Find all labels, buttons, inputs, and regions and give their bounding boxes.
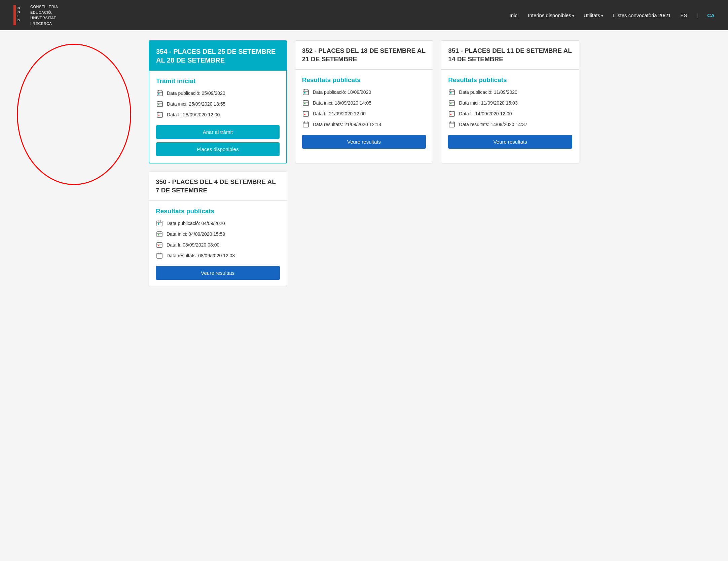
date-row: Data publicació: 11/09/2020 xyxy=(448,88,572,96)
svg-rect-75 xyxy=(157,253,162,258)
veure-resultats-button-351[interactable]: Veure resultats xyxy=(448,135,572,149)
date-row: Data fi: 08/09/2020 08:00 xyxy=(156,241,280,249)
header: G O I B CONSELLERIA EDUCACIÓ, UNIVERSITA… xyxy=(0,0,728,30)
start-icon xyxy=(156,230,163,238)
end-date: Data fi: 14/09/2020 12:00 xyxy=(459,111,512,116)
card-350-status: Resultats publicats xyxy=(156,208,280,215)
svg-text:G: G xyxy=(17,6,20,10)
card-352-dates: Data publicació: 18/09/2020 Data inici: … xyxy=(302,88,426,128)
publication-date: Data publicació: 25/09/2020 xyxy=(167,90,225,96)
anar-tramit-button[interactable]: Anar al tràmit xyxy=(156,125,280,139)
svg-text:I: I xyxy=(17,14,19,18)
results-icon xyxy=(448,121,456,128)
card-354-status: Tràmit iniciat xyxy=(156,77,280,85)
svg-rect-0 xyxy=(13,5,16,25)
nav-interins[interactable]: Interins disponibles xyxy=(528,12,574,18)
date-row: Data resultats: 21/09/2020 12:18 xyxy=(302,121,426,128)
svg-text:B: B xyxy=(17,18,20,22)
date-row: Data resultats: 14/09/2020 14:37 xyxy=(448,121,572,128)
nav-lang-ca[interactable]: CA xyxy=(707,12,715,18)
card-354-dates: Data publicació: 25/09/2020 Data inici: … xyxy=(156,89,280,118)
veure-resultats-button-352[interactable]: Veure resultats xyxy=(302,135,426,149)
publication-icon xyxy=(156,89,163,97)
main-content: 354 - PLACES DEL 25 DE SETEMBRE AL 28 DE… xyxy=(129,30,599,297)
svg-rect-15 xyxy=(157,112,162,117)
svg-rect-31 xyxy=(304,103,305,104)
date-row: Data inici: 25/09/2020 13:55 xyxy=(156,100,280,108)
logo-text: CONSELLERIA EDUCACIÓ, UNIVERSITAT I RECE… xyxy=(30,4,58,26)
date-row: Data fi: 14/09/2020 12:00 xyxy=(448,110,572,117)
card-350-actions: Veure resultats xyxy=(156,266,280,280)
card-352-header: 352 - PLACES DEL 18 DE SETEMBRE AL 21 DE… xyxy=(295,41,433,70)
results-icon xyxy=(156,252,163,259)
start-date: Data inici: 25/09/2020 13:55 xyxy=(167,101,225,107)
card-351-body: Resultats publicats Data publicació: 11/… xyxy=(441,70,579,155)
svg-rect-26 xyxy=(304,92,305,94)
date-row: Data inici: 11/09/2020 15:03 xyxy=(448,99,572,107)
end-date: Data fi: 08/09/2020 08:00 xyxy=(167,242,219,248)
card-351: 351 - PLACES DEL 11 DE SETEMBRE AL 14 DE… xyxy=(441,40,579,163)
svg-rect-46 xyxy=(449,101,454,106)
nav-utilitats[interactable]: Utilitats xyxy=(584,12,603,18)
publication-date: Data publicació: 18/09/2020 xyxy=(313,89,371,95)
svg-rect-41 xyxy=(449,90,454,95)
card-351-dates: Data publicació: 11/09/2020 Data inici: … xyxy=(448,88,572,128)
publication-icon xyxy=(448,88,456,96)
nav-lang-separator: | xyxy=(696,12,698,18)
start-date: Data inici: 04/09/2020 15:59 xyxy=(167,231,225,237)
logo: G O I B CONSELLERIA EDUCACIÓ, UNIVERSITA… xyxy=(13,4,58,26)
svg-rect-64 xyxy=(158,223,159,225)
card-350: 350 - PLACES DEL 4 DE SETEMBRE AL 7 DE S… xyxy=(149,172,287,287)
date-row: Data inici: 04/09/2020 15:59 xyxy=(156,230,280,238)
card-352: 352 - PLACES DEL 18 DE SETEMBRE AL 21 DE… xyxy=(295,40,433,163)
results-date: Data resultats: 14/09/2020 14:37 xyxy=(459,122,527,127)
svg-rect-32 xyxy=(303,111,308,116)
svg-rect-50 xyxy=(450,103,451,104)
card-352-status: Resultats publicats xyxy=(302,76,426,84)
date-row: Data publicació: 04/09/2020 xyxy=(156,220,280,227)
date-row: Data publicació: 25/09/2020 xyxy=(156,89,280,97)
svg-rect-56 xyxy=(449,122,454,127)
end-icon xyxy=(156,241,163,249)
logo-icon: G O I B xyxy=(13,5,27,25)
card-352-actions: Veure resultats xyxy=(302,135,426,149)
places-disponibles-button[interactable]: Places disponibles xyxy=(156,142,280,156)
end-icon xyxy=(448,110,456,117)
publication-date: Data publicació: 11/09/2020 xyxy=(459,89,517,95)
svg-rect-22 xyxy=(303,90,308,95)
card-352-body: Resultats publicats Data publicació: 18/… xyxy=(295,70,433,155)
main-nav: Inici Interins disponibles Utilitats Lli… xyxy=(510,12,715,18)
end-date: Data fi: 28/09/2020 12:00 xyxy=(167,112,220,117)
start-icon xyxy=(448,99,456,107)
svg-rect-10 xyxy=(157,102,162,107)
svg-rect-69 xyxy=(158,234,159,235)
card-350-header: 350 - PLACES DEL 4 DE SETEMBRE AL 7 DE S… xyxy=(149,172,287,201)
card-354-actions: Anar al tràmit Places disponibles xyxy=(156,125,280,156)
publication-date: Data publicació: 04/09/2020 xyxy=(167,221,225,226)
nav-inici[interactable]: Inici xyxy=(510,12,519,18)
svg-rect-60 xyxy=(157,221,162,226)
svg-rect-51 xyxy=(449,111,454,116)
card-350-dates: Data publicació: 04/09/2020 Data inici: … xyxy=(156,220,280,259)
svg-rect-5 xyxy=(157,91,162,96)
svg-rect-36 xyxy=(304,114,305,115)
date-row: Data resultats: 08/09/2020 12:08 xyxy=(156,252,280,259)
svg-rect-74 xyxy=(158,245,159,246)
results-icon xyxy=(302,121,310,128)
cards-grid-top: 354 - PLACES DEL 25 DE SETEMBRE AL 28 DE… xyxy=(149,40,579,163)
end-icon xyxy=(156,111,163,118)
card-354-body: Tràmit iniciat Data publicació: 25/09/20… xyxy=(149,71,286,163)
svg-rect-70 xyxy=(157,242,162,248)
nav-lang-es[interactable]: ES xyxy=(680,12,687,18)
veure-resultats-button-350[interactable]: Veure resultats xyxy=(156,266,280,280)
svg-rect-65 xyxy=(157,232,162,237)
card-351-actions: Veure resultats xyxy=(448,135,572,149)
svg-rect-45 xyxy=(450,92,451,94)
nav-llistes[interactable]: Llistes convocatòria 20/21 xyxy=(613,12,671,18)
start-date: Data inici: 11/09/2020 15:03 xyxy=(459,100,517,106)
results-date: Data resultats: 21/09/2020 12:18 xyxy=(313,122,381,127)
publication-icon xyxy=(156,220,163,227)
end-date: Data fi: 21/09/2020 12:00 xyxy=(313,111,366,116)
start-icon xyxy=(156,100,163,108)
svg-rect-55 xyxy=(450,114,451,115)
